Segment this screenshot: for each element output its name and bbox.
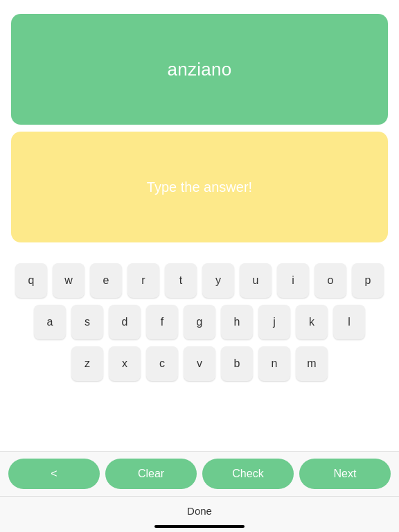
key-o[interactable]: o xyxy=(314,263,346,298)
key-e[interactable]: e xyxy=(90,263,122,298)
back-button[interactable]: < xyxy=(8,459,100,489)
key-q[interactable]: q xyxy=(15,263,47,298)
key-i[interactable]: i xyxy=(277,263,309,298)
next-button[interactable]: Next xyxy=(299,459,391,489)
home-indicator xyxy=(154,525,245,528)
keyboard-row-3: z x c v b n m xyxy=(71,346,328,381)
key-w[interactable]: w xyxy=(53,263,85,298)
key-y[interactable]: y xyxy=(202,263,234,298)
keyboard-area: q w e r t y u i o p a s d f g h j k l z … xyxy=(11,263,388,388)
key-t[interactable]: t xyxy=(165,263,197,298)
main-content: anziano Type the answer! q w e r t y u i… xyxy=(0,0,399,451)
check-button[interactable]: Check xyxy=(202,459,294,489)
key-u[interactable]: u xyxy=(240,263,272,298)
key-s[interactable]: s xyxy=(71,305,103,339)
key-k[interactable]: k xyxy=(296,305,328,339)
key-b[interactable]: b xyxy=(221,346,253,381)
key-a[interactable]: a xyxy=(34,305,66,339)
key-j[interactable]: j xyxy=(258,305,290,339)
key-m[interactable]: m xyxy=(296,346,328,381)
clear-button[interactable]: Clear xyxy=(105,459,197,489)
bottom-bar: < Clear Check Next Done xyxy=(0,451,399,532)
answer-card: Type the answer! xyxy=(11,132,388,242)
key-c[interactable]: c xyxy=(146,346,178,381)
key-h[interactable]: h xyxy=(221,305,253,339)
done-button[interactable]: Done xyxy=(173,502,226,520)
key-g[interactable]: g xyxy=(184,305,215,339)
keyboard-row-2: a s d f g h j k l xyxy=(34,305,365,339)
word-card: anziano xyxy=(11,14,388,125)
action-buttons: < Clear Check Next xyxy=(0,452,399,496)
key-v[interactable]: v xyxy=(184,346,215,381)
key-l[interactable]: l xyxy=(333,305,365,339)
key-r[interactable]: r xyxy=(127,263,159,298)
key-x[interactable]: x xyxy=(109,346,141,381)
word-text: anziano xyxy=(167,59,231,80)
answer-placeholder: Type the answer! xyxy=(147,179,252,195)
key-z[interactable]: z xyxy=(71,346,103,381)
key-d[interactable]: d xyxy=(109,305,141,339)
keyboard-row-1: q w e r t y u i o p xyxy=(15,263,384,298)
key-p[interactable]: p xyxy=(352,263,384,298)
key-f[interactable]: f xyxy=(146,305,178,339)
key-n[interactable]: n xyxy=(258,346,290,381)
done-bar: Done xyxy=(0,496,399,522)
